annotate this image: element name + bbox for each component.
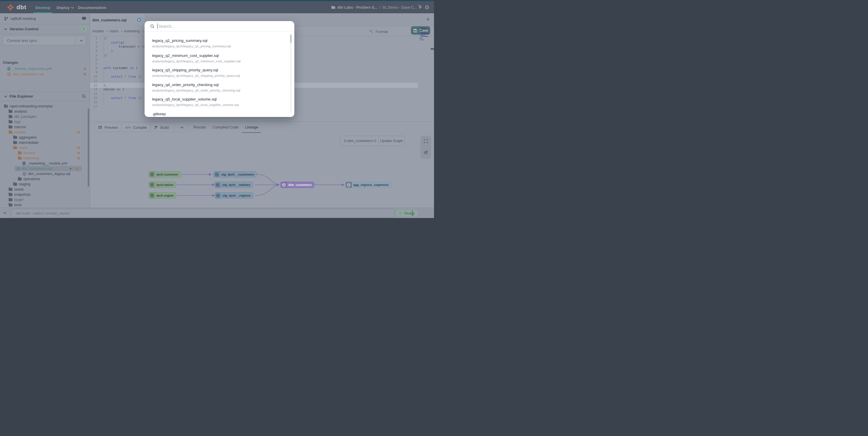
tree-item[interactable]: snapshots [0, 192, 90, 197]
editor-scrollbar[interactable] [431, 48, 434, 50]
lineage-node-source[interactable]: tpch.region [149, 192, 176, 199]
docs-book-icon[interactable] [82, 16, 86, 21]
tree-item-selected[interactable]: dim_customers.sql•M [14, 166, 82, 171]
scrollbar-thumb[interactable] [88, 109, 89, 186]
format-button[interactable]: Format [369, 28, 388, 35]
dbt-logo-icon [6, 3, 15, 11]
tree-item[interactable]: staging [0, 182, 90, 187]
breadcrumb-separator: / [379, 5, 381, 9]
model-cube-icon [214, 172, 220, 177]
branch-name: sqlfluff-meeting [10, 17, 36, 21]
modal-search-row[interactable]: Search... [145, 21, 294, 31]
lineage-node-source[interactable]: tpch.customer [149, 171, 181, 178]
breadcrumb-item[interactable]: marketing [124, 29, 140, 33]
model-cube-icon [7, 72, 11, 76]
tree-item-root[interactable]: rapid-onboarding-exemplar [0, 104, 90, 109]
update-graph-button[interactable]: Update Graph [379, 136, 404, 146]
kebab-menu-icon[interactable] [412, 210, 413, 212]
dbt-logo[interactable]: dbt [6, 3, 26, 11]
tree-item-marts[interactable]: martsM [0, 145, 90, 150]
version-control-header[interactable]: Version Control 2 [0, 24, 90, 33]
search-result[interactable]: .gitkeep [152, 112, 279, 116]
chevron-up-icon[interactable] [3, 212, 6, 215]
tab-lineage[interactable]: Lineage [245, 125, 258, 129]
fullscreen-icon[interactable] [424, 139, 428, 143]
build-options-dropdown[interactable] [177, 126, 187, 128]
help-button[interactable]: ? [418, 1, 421, 13]
changes-label: Changes [0, 61, 90, 65]
status-badge: Ready [396, 210, 418, 216]
lineage-node-model[interactable]: stg_tpch__nations [214, 182, 253, 188]
changed-file-row[interactable]: dim_customers.sql M [0, 71, 90, 77]
nav-develop[interactable]: Develop [35, 5, 51, 10]
lineage-node-model[interactable]: stg_tpch__customers [214, 171, 257, 178]
sidebar: sqlfluff-meeting Version Control 2 Commi… [0, 13, 90, 208]
search-result[interactable]: legacy_q5_local_supplier_volume.sql anal… [152, 97, 279, 107]
lineage-canvas[interactable]: tpch.customer tpch.nation tpch.region st… [90, 133, 434, 208]
tree-item[interactable]: dim_customers_legacy.sql [0, 171, 90, 176]
breadcrumb-item[interactable]: marts [110, 29, 118, 33]
reset-view-icon[interactable]: ↺ [424, 150, 428, 156]
folder-icon [18, 152, 22, 154]
tree-item[interactable]: logs [0, 119, 90, 124]
changed-file-row[interactable]: _finance_exposures.yml A [0, 66, 90, 71]
nav-documentation[interactable]: Documentation [78, 5, 106, 10]
tree-item[interactable]: analysis [0, 109, 90, 114]
code-icon: </> [125, 125, 131, 129]
search-result[interactable]: legacy_q3_shipping_priority_query.sql an… [152, 68, 279, 77]
tree-item[interactable]: target [0, 197, 90, 202]
commit-and-sync-button[interactable]: Commit and sync [3, 35, 86, 45]
tree-item[interactable]: dbt_packages [0, 114, 90, 119]
search-result[interactable]: legacy_q1_pricing_summary.sql analysis/l… [152, 38, 279, 48]
changes-count-badge: 2 [81, 26, 87, 32]
scrollbar-thumb[interactable] [290, 35, 292, 43]
tree-item-finance[interactable]: financeM [0, 150, 90, 156]
tab-compiled-code[interactable]: Compiled Code [213, 125, 239, 129]
nav-deploy[interactable]: Deploy [57, 5, 73, 10]
commit-options-dropdown[interactable] [75, 39, 86, 41]
search-icon[interactable] [82, 94, 86, 98]
gear-icon[interactable]: ⚙ [425, 1, 429, 13]
tree-item[interactable]: seeds [0, 187, 90, 192]
breadcrumb-item[interactable]: models [92, 29, 104, 33]
file-explorer-header[interactable]: File Explorer [0, 92, 90, 101]
lineage-node-focus[interactable]: dim_customers [280, 182, 314, 188]
compile-button[interactable]: </> Compile [121, 123, 151, 132]
tree-item-models[interactable]: modelsM [0, 129, 90, 135]
modified-badge: M [77, 130, 80, 134]
tree-item[interactable]: tests [0, 202, 90, 208]
unsaved-indicator-dot [137, 18, 141, 22]
account-name: dbt Labs - ProServ S... [337, 5, 377, 9]
tab-results[interactable]: Results [193, 125, 206, 129]
sparkles-icon [369, 29, 373, 34]
folder-open-icon [9, 131, 12, 134]
chevron-right-icon [105, 30, 107, 32]
text-caret [157, 23, 158, 29]
search-result[interactable]: legacy_q2_minimum_cost_supplier.sql anal… [152, 53, 279, 63]
database-icon [149, 193, 155, 198]
preview-button[interactable]: Preview [94, 123, 122, 132]
chevron-down-icon [71, 6, 74, 9]
tree-item[interactable]: macros [0, 124, 90, 129]
branch-row[interactable]: sqlfluff-meeting [0, 13, 90, 24]
command-input[interactable] [11, 209, 395, 217]
tree-item[interactable]: intermediate [0, 140, 90, 145]
tree-item-marketing[interactable]: marketingM [0, 156, 90, 161]
database-icon [149, 172, 155, 177]
lineage-node-source[interactable]: tpch.nation [149, 182, 176, 188]
yaml-file-icon [23, 162, 25, 165]
tree-item[interactable]: operations [0, 176, 90, 182]
lineage-node-model[interactable]: agg_regions_segments [345, 182, 391, 188]
chevron-right-icon [120, 30, 122, 32]
search-result[interactable]: legacy_q4_order_priority_checking.sql an… [152, 83, 279, 92]
build-button[interactable]: Build [150, 123, 187, 132]
lineage-selector-input[interactable]: 2+dim_customers+2 [340, 136, 379, 146]
modified-badge: M [75, 167, 78, 170]
tree-item[interactable]: aggregates [0, 135, 90, 140]
tree-item[interactable]: _marketing__models.yml [0, 161, 90, 166]
new-tab-button[interactable]: + [424, 16, 432, 23]
lineage-selector-group: 2+dim_customers+2 Update Graph [340, 136, 405, 146]
account-breadcrumb[interactable]: dbt Labs - ProServ S... / SL Demo - Dave… [331, 1, 421, 13]
project-name[interactable]: SL Demo - Dave C... [382, 5, 417, 9]
lineage-node-model[interactable]: stg_tpch__regions [215, 192, 253, 199]
